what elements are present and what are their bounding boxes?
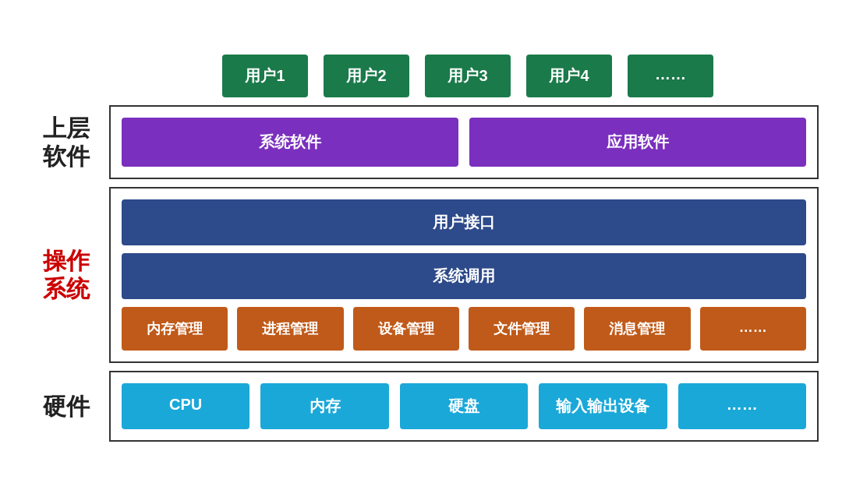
disk-box: 硬盘 [400, 383, 528, 429]
hardware-layer-label: 硬件 [23, 371, 109, 442]
system-software-box: 系统软件 [122, 118, 458, 167]
system-call-bar: 系统调用 [122, 253, 806, 299]
hardware-layer-content: CPU 内存 硬盘 输入输出设备 …… [109, 371, 819, 442]
hw-boxes: CPU 内存 硬盘 输入输出设备 …… [122, 383, 806, 429]
process-mgmt-box: 进程管理 [237, 307, 343, 351]
message-mgmt-box: 消息管理 [584, 307, 690, 351]
hw-more-box: …… [678, 383, 806, 429]
app-software-box: 应用软件 [469, 118, 806, 167]
os-layer-row: 操作系统 用户接口 系统调用 内存管理 进程管理 设备管理 文件管理 消息管理 … [23, 187, 819, 363]
cpu-box: CPU [122, 383, 249, 429]
device-mgmt-box: 设备管理 [353, 307, 459, 351]
software-boxes: 系统软件 应用软件 [122, 118, 806, 167]
software-layer-label: 上层软件 [23, 105, 109, 179]
os-layer-label: 操作系统 [23, 187, 109, 363]
os-layer-content: 用户接口 系统调用 内存管理 进程管理 设备管理 文件管理 消息管理 …… [109, 187, 819, 363]
software-layer-row: 上层软件 系统软件 应用软件 [23, 105, 819, 179]
user-box-3: 用户3 [425, 55, 511, 97]
user-interface-bar: 用户接口 [122, 199, 806, 245]
software-layer-content: 系统软件 应用软件 [109, 105, 819, 179]
hardware-layer-row: 硬件 CPU 内存 硬盘 输入输出设备 …… [23, 371, 819, 442]
file-mgmt-box: 文件管理 [469, 307, 575, 351]
user-box-2: 用户2 [324, 55, 409, 97]
io-devices-box: 输入输出设备 [539, 383, 667, 429]
user-box-4: 用户4 [526, 55, 612, 97]
memory-box: 内存 [260, 383, 388, 429]
user-box-1: 用户1 [222, 55, 308, 97]
os-mgmt-boxes: 内存管理 进程管理 设备管理 文件管理 消息管理 …… [122, 307, 806, 351]
users-row: 用户1 用户2 用户3 用户4 …… [23, 55, 819, 97]
diagram: 用户1 用户2 用户3 用户4 …… 上层软件 系统软件 应用软件 操作系统 用… [23, 47, 819, 457]
memory-mgmt-box: 内存管理 [122, 307, 228, 351]
user-box-more: …… [628, 55, 713, 97]
os-mgmt-more-box: …… [700, 307, 806, 351]
